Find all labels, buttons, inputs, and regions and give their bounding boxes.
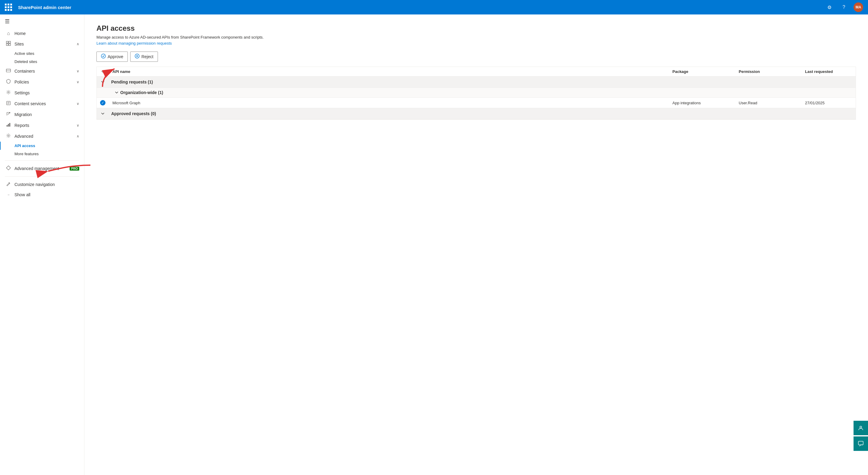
cell-permission: User.Read bbox=[735, 101, 801, 105]
reports-chevron: ∨ bbox=[76, 123, 79, 127]
svg-point-14 bbox=[8, 135, 9, 136]
svg-rect-1 bbox=[9, 41, 10, 43]
reject-button[interactable]: Reject bbox=[130, 52, 158, 62]
svg-point-16 bbox=[101, 54, 105, 58]
topbar-icons: ⚙ ? MA bbox=[825, 2, 863, 12]
column-header-api-name: API name bbox=[109, 69, 669, 74]
home-icon: ⌂ bbox=[5, 31, 11, 36]
approved-collapse-icon bbox=[97, 112, 109, 116]
learn-more-link[interactable]: Learn about managing permission requests bbox=[96, 41, 172, 45]
main-content: API access Manage access to Azure AD-sec… bbox=[84, 14, 868, 475]
svg-rect-2 bbox=[6, 44, 8, 45]
row-checkbox[interactable]: ✓ bbox=[97, 100, 109, 105]
topbar: SharePoint admin center ⚙ ? MA bbox=[0, 0, 868, 14]
checkbox-checked-icon: ✓ bbox=[100, 100, 105, 105]
help-button[interactable]: ? bbox=[839, 2, 849, 12]
section-approved[interactable]: Approved requests (0) bbox=[97, 108, 856, 119]
sidebar-item-settings[interactable]: Settings bbox=[0, 87, 84, 98]
svg-rect-13 bbox=[9, 123, 10, 127]
sidebar-item-more-features[interactable]: More features bbox=[0, 150, 84, 158]
advanced-icon bbox=[5, 133, 11, 139]
reject-icon bbox=[135, 54, 140, 60]
settings-button[interactable]: ⚙ bbox=[825, 2, 834, 12]
cell-api-name: Microsoft Graph bbox=[109, 101, 669, 105]
section-pending[interactable]: Pending requests (1) bbox=[97, 76, 856, 88]
page-description: Manage access to Azure AD-secured APIs f… bbox=[96, 35, 856, 39]
chat-button[interactable] bbox=[854, 436, 868, 451]
sites-icon bbox=[5, 41, 11, 47]
column-header-package: Package bbox=[669, 69, 735, 74]
advanced-chevron: ∧ bbox=[76, 134, 79, 138]
pending-section-label: Pending requests (1) bbox=[109, 80, 856, 85]
svg-rect-4 bbox=[6, 69, 10, 72]
cell-package: App integrations bbox=[669, 101, 735, 105]
sidebar-item-customize-navigation[interactable]: Customize navigation bbox=[0, 179, 84, 190]
svg-point-20 bbox=[860, 426, 862, 428]
sidebar-toggle[interactable]: ☰ bbox=[0, 14, 84, 28]
svg-rect-21 bbox=[858, 441, 863, 445]
sidebar-item-reports[interactable]: Reports ∨ bbox=[0, 120, 84, 131]
migration-icon bbox=[5, 112, 11, 118]
containers-icon bbox=[5, 68, 11, 74]
sidebar-item-advanced-management[interactable]: Advanced management PRO bbox=[0, 163, 84, 174]
column-header-checkbox bbox=[97, 70, 109, 73]
floating-buttons bbox=[854, 421, 868, 451]
containers-chevron: ∨ bbox=[76, 69, 79, 73]
sidebar-item-active-sites[interactable]: Active sites bbox=[0, 50, 84, 58]
sidebar-item-home[interactable]: ⌂ Home bbox=[0, 28, 84, 39]
column-header-last-requested: Last requested bbox=[801, 69, 856, 74]
svg-rect-12 bbox=[8, 124, 9, 127]
svg-point-6 bbox=[8, 92, 9, 93]
sidebar-item-containers[interactable]: Containers ∨ bbox=[0, 66, 84, 76]
sidebar: ☰ ⌂ Home Sites ∧ Active sites Deleted si… bbox=[0, 14, 84, 475]
api-access-table: API name Package Permission Last request… bbox=[96, 67, 856, 120]
svg-rect-3 bbox=[9, 44, 10, 45]
approve-button[interactable]: Approve bbox=[96, 52, 128, 62]
settings-icon bbox=[5, 90, 11, 96]
column-header-permission: Permission bbox=[735, 69, 801, 74]
cell-last-requested: 27/01/2025 bbox=[801, 101, 856, 105]
org-wide-label: Organization-wide (1) bbox=[109, 90, 856, 95]
sidebar-divider-1 bbox=[5, 160, 79, 161]
svg-rect-0 bbox=[6, 41, 8, 43]
sidebar-divider-2 bbox=[5, 176, 79, 177]
sidebar-item-show-all[interactable]: ··· Show all bbox=[0, 190, 84, 199]
sites-chevron: ∧ bbox=[76, 42, 79, 46]
approved-section-label: Approved requests (0) bbox=[109, 111, 856, 116]
policies-chevron: ∨ bbox=[76, 80, 79, 84]
page-title: API access bbox=[96, 24, 856, 33]
content-services-chevron: ∨ bbox=[76, 102, 79, 106]
pending-collapse-icon bbox=[97, 80, 109, 84]
sidebar-item-deleted-sites[interactable]: Deleted sites bbox=[0, 58, 84, 66]
show-all-icon: ··· bbox=[5, 193, 11, 196]
svg-rect-11 bbox=[7, 125, 7, 127]
avatar[interactable]: MA bbox=[854, 2, 863, 12]
support-button[interactable] bbox=[854, 421, 868, 435]
policies-icon bbox=[5, 79, 11, 85]
sidebar-item-policies[interactable]: Policies ∨ bbox=[0, 76, 84, 87]
table-header: API name Package Permission Last request… bbox=[97, 67, 856, 76]
sidebar-item-api-access[interactable]: API access bbox=[0, 141, 84, 150]
sidebar-item-advanced[interactable]: Advanced ∧ bbox=[0, 131, 84, 141]
pro-badge: PRO bbox=[70, 167, 79, 170]
sidebar-item-content-services[interactable]: Content services ∨ bbox=[0, 98, 84, 109]
sidebar-item-migration[interactable]: Migration bbox=[0, 109, 84, 120]
app-title: SharePoint admin center bbox=[18, 5, 821, 10]
waffle-menu[interactable] bbox=[5, 4, 12, 11]
sidebar-item-sites[interactable]: Sites ∧ bbox=[0, 39, 84, 50]
action-bar: Approve Reject bbox=[96, 52, 856, 62]
subsection-org-wide[interactable]: Organization-wide (1) bbox=[97, 88, 856, 98]
content-services-icon bbox=[5, 101, 11, 107]
approve-icon bbox=[101, 54, 106, 60]
table-row[interactable]: ✓ Microsoft Graph App integrations User.… bbox=[97, 98, 856, 108]
customize-navigation-icon bbox=[5, 182, 11, 187]
reports-icon bbox=[5, 122, 11, 128]
advanced-management-icon bbox=[5, 165, 11, 171]
